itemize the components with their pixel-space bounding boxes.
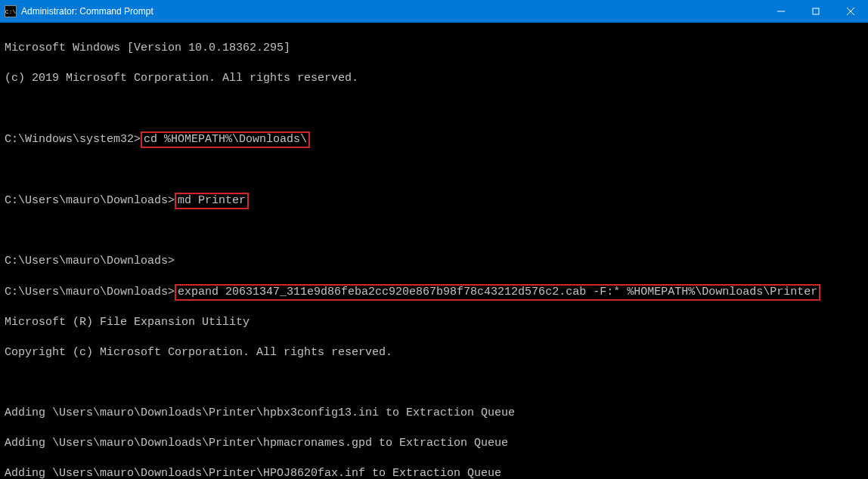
close-button[interactable] [833,0,868,23]
blank-line [5,375,863,391]
highlighted-command: md Printer [175,193,249,209]
window-controls [764,0,868,23]
window-titlebar: C:\ Administrator: Command Prompt [0,0,868,23]
output-line: Copyright (c) Microsoft Corporation. All… [5,345,863,360]
maximize-button[interactable] [798,0,833,23]
output-line: Microsoft (R) File Expansion Utility [5,315,863,330]
prompt-line: C:\Windows\system32>cd %HOMEPATH%\Downlo… [5,131,863,147]
prompt-line: C:\Users\mauro\Downloads> [5,254,863,269]
output-line: Adding \Users\mauro\Downloads\Printer\hp… [5,406,863,421]
version-line: Microsoft Windows [Version 10.0.18362.29… [5,41,863,56]
prompt-line: C:\Users\mauro\Downloads>md Printer [5,193,863,209]
blank-line [5,224,863,239]
highlighted-command: cd %HOMEPATH%\Downloads\ [141,131,310,148]
terminal-output[interactable]: Microsoft Windows [Version 10.0.18362.29… [0,23,868,479]
blank-line [5,101,863,116]
output-line: Adding \Users\mauro\Downloads\Printer\hp… [5,436,863,451]
window-title: Administrator: Command Prompt [21,6,764,17]
output-line: Adding \Users\mauro\Downloads\Printer\HP… [5,466,863,479]
svg-rect-1 [813,8,819,14]
highlighted-command: expand 20631347_311e9d86feba2cc920e867b9… [175,284,820,301]
prompt-prefix: C:\Windows\system32> [5,133,141,146]
blank-line [5,162,863,178]
copyright-line: (c) 2019 Microsoft Corporation. All righ… [5,71,863,86]
prompt-line: C:\Users\mauro\Downloads>expand 20631347… [5,284,863,300]
prompt-prefix: C:\Users\mauro\Downloads> [5,286,175,298]
cmd-icon: C:\ [5,5,17,17]
minimize-button[interactable] [764,0,798,23]
prompt-prefix: C:\Users\mauro\Downloads> [5,194,175,207]
